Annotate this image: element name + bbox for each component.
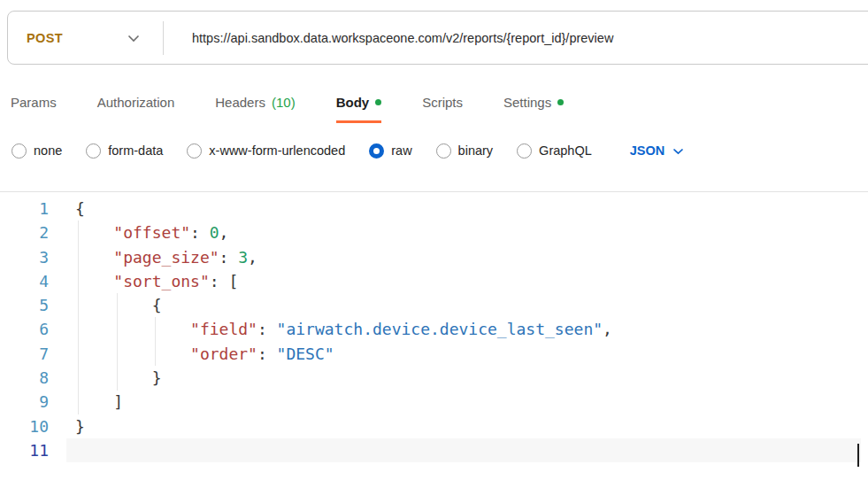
method-label: POST [27,31,63,45]
code-text: "field": "airwatch.device.device_last_se… [49,317,612,341]
api-client-request-panel: { "request_bar": { "method": "POST", "ur… [0,0,868,480]
radio-label: none [34,143,62,158]
code-line[interactable]: 3 "page_size": 3, [0,245,868,269]
code-text: "order": "DESC" [49,342,334,366]
tab-body[interactable]: Body [336,81,382,123]
tab-label: Scripts [422,95,463,110]
code-line[interactable]: 10} [0,414,868,438]
tab-label: Body [336,95,370,110]
code-line[interactable]: 1{ [0,197,868,221]
tab-authorization[interactable]: Authorization [97,81,175,123]
code-text: } [49,366,162,390]
chevron-down-icon [672,143,684,158]
code-line[interactable]: 11 [0,438,868,462]
code-line[interactable]: 5 { [0,293,868,317]
request-tabs: Params Authorization Headers (10) Body S… [11,81,868,123]
code-text: { [49,293,162,317]
radio-x-www-form-urlencoded[interactable]: x-www-form-urlencoded [187,143,345,159]
code-text: } [49,414,85,438]
line-number: 4 [0,269,49,293]
url-input[interactable] [164,31,868,45]
chevron-down-icon [127,30,140,46]
code-line[interactable]: 6 "field": "airwatch.device.device_last_… [0,317,868,341]
code-lines: 1{2 "offset": 0,3 "page_size": 3,4 "sort… [0,197,868,462]
line-number: 1 [0,197,49,221]
code-text: "sort_ons": [ [49,269,238,293]
code-text [49,438,75,462]
language-label: JSON [630,143,665,158]
method-select[interactable]: POST [8,12,163,64]
code-line[interactable]: 8 } [0,366,868,390]
request-url-bar: POST [7,11,868,65]
line-number: 2 [0,221,49,244]
green-dot-icon [557,99,564,105]
code-text: "offset": 0, [49,221,228,244]
code-line[interactable]: 4 "sort_ons": [ [0,269,868,293]
code-line[interactable]: 9 ] [0,390,868,414]
tab-label: Authorization [97,95,175,110]
tab-headers[interactable]: Headers (10) [215,81,295,123]
radio-circle-icon [12,143,27,159]
text-cursor [857,444,859,467]
line-number: 9 [0,390,49,414]
code-text: { [49,197,85,221]
radio-label: raw [391,143,411,158]
code-text: "page_size": 3, [49,245,257,269]
radio-label: GraphQL [539,143,592,158]
tab-settings[interactable]: Settings [503,81,564,123]
json-body-editor[interactable]: 1{2 "offset": 0,3 "page_size": 3,4 "sort… [0,192,868,480]
line-number: 3 [0,245,49,269]
headers-count: (10) [272,95,296,110]
radio-circle-icon [86,143,101,159]
language-select[interactable]: JSON [630,143,685,158]
radio-raw[interactable]: raw [369,143,411,159]
line-number: 10 [0,414,49,438]
tab-params[interactable]: Params [11,81,57,123]
radio-binary[interactable]: binary [436,143,494,159]
line-number: 7 [0,342,49,366]
line-number: 8 [0,366,49,390]
tab-label: Settings [503,95,551,110]
code-text: ] [49,390,123,414]
code-line[interactable]: 2 "offset": 0, [0,221,868,244]
radio-form-data[interactable]: form-data [86,143,163,159]
radio-circle-icon [436,143,451,159]
radio-circle-icon [187,143,202,159]
radio-label: x-www-form-urlencoded [209,143,345,158]
radio-label: form-data [108,143,163,158]
radio-none[interactable]: none [12,143,62,159]
radio-graphql[interactable]: GraphQL [517,143,592,159]
tab-label: Headers [215,95,265,110]
tab-label: Params [11,95,57,110]
line-number: 11 [0,438,49,462]
tab-scripts[interactable]: Scripts [422,81,463,123]
radio-selected-icon [369,143,384,159]
radio-circle-icon [517,143,532,159]
line-number: 5 [0,293,49,317]
body-type-row: none form-data x-www-form-urlencoded raw… [12,131,684,170]
radio-label: binary [458,143,494,158]
green-dot-icon [375,99,381,105]
line-number: 6 [0,317,49,341]
code-line[interactable]: 7 "order": "DESC" [0,342,868,366]
